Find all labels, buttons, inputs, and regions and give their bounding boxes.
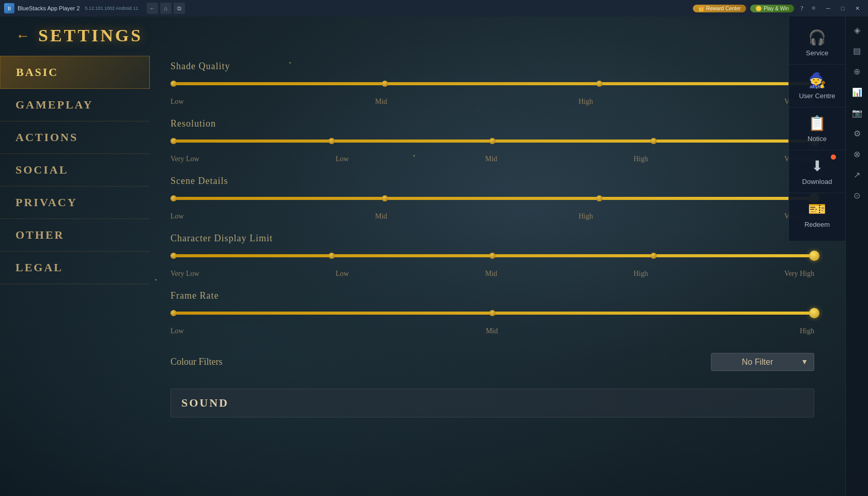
sidebar-item-social[interactable]: SOCIAL bbox=[0, 154, 150, 187]
rdot-3 bbox=[489, 138, 495, 144]
coin-icon: 🪙 bbox=[755, 6, 762, 11]
download-btn[interactable]: ⬇ Download bbox=[789, 150, 845, 193]
dot-3 bbox=[596, 81, 602, 87]
settings-sidebar: BASIC GAMEPLAY ACTIONS SOCIAL PRIVACY OT… bbox=[0, 51, 150, 496]
rdot-2 bbox=[329, 138, 335, 144]
char-very-high: Very High bbox=[784, 270, 814, 278]
rdot-1 bbox=[171, 138, 177, 144]
sidebar-item-privacy[interactable]: PRIVACY bbox=[0, 187, 150, 219]
back-arrow-btn[interactable]: ← bbox=[16, 27, 30, 44]
minimize-btn[interactable]: ─ bbox=[822, 3, 835, 14]
sidebar-icon-9[interactable]: ⊙ bbox=[848, 186, 866, 205]
service-icon: 🎧 bbox=[808, 29, 826, 46]
resolution-slider[interactable] bbox=[171, 133, 814, 149]
titlebar-right: 👑 Reward Center 🪙 Play & Win ? ≡ ─ □ ✕ bbox=[693, 3, 868, 14]
sidebar-item-basic[interactable]: BASIC bbox=[0, 56, 150, 89]
shade-mid: Mid bbox=[375, 98, 387, 106]
sdot-2 bbox=[382, 195, 388, 202]
sidebar-icon-7[interactable]: ⊗ bbox=[848, 145, 866, 163]
dot-1 bbox=[171, 81, 177, 87]
shade-quality-slider[interactable] bbox=[171, 76, 814, 91]
sidebar-item-legal[interactable]: LEGAL bbox=[0, 252, 150, 284]
frame-low: Low bbox=[171, 327, 184, 335]
titlebar-nav: ← ⌂ ⧉ bbox=[147, 3, 185, 14]
crown-icon: 👑 bbox=[698, 6, 704, 11]
nav-copy-btn[interactable]: ⧉ bbox=[174, 3, 185, 14]
fdot-1 bbox=[171, 310, 177, 316]
sidebar-icon-4[interactable]: 📊 bbox=[848, 83, 866, 101]
char-low: Low bbox=[335, 270, 349, 278]
shade-quality-fill bbox=[171, 82, 814, 85]
reward-center-btn[interactable]: 👑 Reward Center bbox=[693, 5, 746, 12]
notice-btn[interactable]: 📋 Notice bbox=[789, 107, 845, 150]
nav-back-btn[interactable]: ← bbox=[147, 3, 158, 14]
cdot-4 bbox=[650, 253, 657, 259]
colour-filter-label: Colour Filters bbox=[171, 357, 223, 367]
nav-home-btn[interactable]: ⌂ bbox=[160, 3, 172, 14]
resolution-label: Resolution bbox=[171, 118, 814, 129]
service-label: Service bbox=[806, 49, 828, 57]
download-icon: ⬇ bbox=[811, 158, 823, 175]
char-thumb[interactable] bbox=[809, 251, 819, 261]
user-centre-btn[interactable]: 🧙 User Centre bbox=[789, 65, 845, 107]
scene-details-label: Scene Details bbox=[171, 176, 814, 187]
resolution-group: Resolution Very Low Low Mid High bbox=[171, 118, 814, 163]
app-logo: B BlueStacks App Player 2 5.12.101.1002 … bbox=[0, 3, 143, 13]
reward-center-label: Reward Center bbox=[706, 6, 741, 11]
frame-thumb[interactable] bbox=[809, 308, 819, 318]
titlebar: B BlueStacks App Player 2 5.12.101.1002 … bbox=[0, 0, 868, 17]
sidebar-item-actions[interactable]: ACTIONS bbox=[0, 121, 150, 154]
frame-rate-slider[interactable] bbox=[171, 305, 814, 321]
sdot-3 bbox=[596, 195, 602, 202]
sidebar-item-other[interactable]: OTHER bbox=[0, 219, 150, 252]
settings-title: SETTINGS bbox=[38, 26, 143, 45]
shade-low: Low bbox=[171, 98, 184, 106]
service-btn[interactable]: 🎧 Service bbox=[789, 22, 845, 65]
character-display-slider[interactable] bbox=[171, 248, 814, 264]
sidebar-icon-8[interactable]: ↗ bbox=[848, 165, 866, 184]
dot-2 bbox=[382, 81, 388, 87]
frame-labels: Low Mid High bbox=[171, 327, 814, 335]
close-btn[interactable]: ✕ bbox=[850, 3, 864, 14]
char-mid: Mid bbox=[485, 270, 497, 278]
download-label: Download bbox=[802, 178, 832, 185]
resolution-track bbox=[171, 140, 814, 143]
shade-quality-label: Shade Quality bbox=[171, 61, 814, 72]
shade-quality-labels: Low Mid High Very High bbox=[171, 98, 814, 106]
colour-filter-select[interactable]: No Filter Warm Cool Sepia Grayscale bbox=[711, 353, 814, 371]
redeem-btn[interactable]: 🎫 Redeem bbox=[789, 193, 845, 236]
sidebar-icon-3[interactable]: ⊕ bbox=[848, 62, 866, 81]
character-display-label: Character Display Limit bbox=[171, 233, 814, 244]
character-display-group: Character Display Limit Very Low Low Mid bbox=[171, 233, 814, 278]
play-win-btn[interactable]: 🪙 Play & Win bbox=[750, 5, 794, 12]
sidebar-icon-1[interactable]: ◈ bbox=[848, 21, 866, 39]
frame-rate-group: Frame Rate Low Mid High bbox=[171, 290, 814, 335]
help-btn[interactable]: ? bbox=[798, 3, 805, 13]
app-name: BlueStacks App Player 2 bbox=[18, 5, 80, 11]
notification-dot bbox=[831, 154, 836, 160]
service-panel: 🎧 Service 🧙 User Centre 📋 Notice ⬇ Downl… bbox=[788, 17, 845, 241]
settings-main-panel: Shade Quality Low Mid High Very H bbox=[150, 51, 845, 496]
char-very-low: Very Low bbox=[171, 270, 199, 278]
maximize-btn[interactable]: □ bbox=[836, 3, 849, 14]
window-controls: ─ □ ✕ bbox=[822, 3, 864, 14]
scene-low: Low bbox=[171, 212, 184, 221]
sidebar-item-gameplay[interactable]: GAMEPLAY bbox=[0, 89, 150, 121]
sidebar-icon-2[interactable]: ▤ bbox=[848, 41, 866, 60]
sdot-1 bbox=[171, 195, 177, 202]
main-content: ← SETTINGS BASIC GAMEPLAY ACTIONS SOCIAL… bbox=[0, 17, 845, 496]
sidebar-icon-5[interactable]: 📷 bbox=[848, 103, 866, 122]
settings-header: ← SETTINGS bbox=[0, 17, 845, 51]
scene-details-slider[interactable] bbox=[171, 191, 814, 206]
hamburger-btn[interactable]: ≡ bbox=[810, 3, 817, 13]
sidebar-icon-6[interactable]: ⚙ bbox=[848, 124, 866, 143]
redeem-icon: 🎫 bbox=[808, 200, 826, 218]
colour-filter-wrapper: No Filter Warm Cool Sepia Grayscale ▼ bbox=[711, 353, 814, 371]
app-version: 5.12.101.1002 Android 11 bbox=[85, 6, 138, 11]
res-high: High bbox=[633, 155, 648, 163]
user-centre-icon: 🧙 bbox=[808, 72, 826, 89]
frame-mid: Mid bbox=[486, 327, 498, 335]
cdot-2 bbox=[329, 253, 335, 259]
res-very-low: Very Low bbox=[171, 155, 199, 163]
notice-label: Notice bbox=[808, 135, 827, 143]
